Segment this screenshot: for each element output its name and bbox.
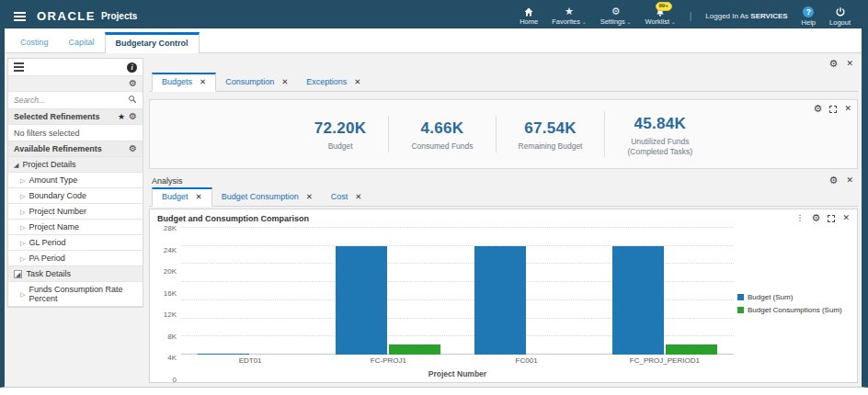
- plot-area: [181, 228, 734, 355]
- header-nav-favorites[interactable]: ★Favorites ⌄: [552, 6, 587, 26]
- analysis-tabs: Budget✕Budget Consumption✕Cost✕: [149, 187, 858, 207]
- analysis-tab-budget-consumption[interactable]: Budget Consumption✕: [212, 187, 322, 206]
- collapse-icon: ◢: [14, 162, 18, 168]
- tab-consumption[interactable]: Consumption✕: [216, 73, 297, 91]
- close-tab-icon[interactable]: ✕: [200, 77, 206, 86]
- refinement-label: PA Period: [29, 254, 64, 263]
- y-tick-label: 0: [173, 376, 177, 384]
- y-tick-label: 8K: [167, 332, 177, 340]
- no-filters-message: No filters selected: [8, 125, 143, 141]
- close-icon[interactable]: ✕: [842, 214, 850, 222]
- expand-icon: ▷: [20, 177, 25, 184]
- gear-icon[interactable]: ⚙: [829, 175, 839, 186]
- kpi-label: Unutilized Funds(Completed Tasks): [627, 137, 692, 157]
- app-tabbar: CostingCapitalBudgetary Control: [5, 28, 862, 53]
- gear-icon[interactable]: ⚙: [812, 213, 821, 223]
- y-tick-label: 28K: [164, 224, 177, 232]
- analysis-tab-budget[interactable]: Budget✕: [152, 187, 212, 207]
- search-input[interactable]: [14, 96, 124, 105]
- sidebar-item-funds-consumption-rate-percent[interactable]: ▷Funds Consumption Rate Percent: [8, 282, 143, 307]
- kpi-budget: 72.20KBudget: [292, 116, 389, 152]
- tab-label: Exceptions: [306, 77, 347, 86]
- sidebar-menu-icon[interactable]: [14, 62, 24, 72]
- y-tick-label: 12K: [164, 310, 177, 319]
- close-tab-icon[interactable]: ✕: [281, 77, 288, 86]
- analysis-label: Analysis: [152, 176, 183, 186]
- menu-icon[interactable]: [14, 12, 26, 21]
- sidebar-item-gl-period[interactable]: ▷GL Period: [8, 235, 143, 251]
- header-nav-logout[interactable]: Logout: [829, 6, 851, 27]
- sidebar-item-pa-period[interactable]: ▷PA Period: [8, 251, 143, 266]
- header-separator: |: [690, 11, 692, 21]
- refinement-label: Project Number: [29, 207, 86, 216]
- legend-item-budget-consumptions-sum[interactable]: Budget Consumptions (Sum): [737, 306, 850, 314]
- bar-budget-sum-fc-proj-period1[interactable]: [612, 246, 664, 355]
- close-tab-icon[interactable]: ✕: [306, 192, 313, 201]
- header-nav-home[interactable]: Home: [520, 6, 538, 26]
- tab-capital[interactable]: Capital: [59, 32, 105, 52]
- bar-budget-consumptions-sum-fc-proj-period1[interactable]: [666, 344, 717, 355]
- analysis-header: Analysis ⚙ ✕: [149, 169, 858, 187]
- y-axis: 04K8K12K16K20K24K28K: [157, 228, 181, 379]
- bar-budget-sum-fc-proj1[interactable]: [336, 246, 387, 355]
- maximize-icon[interactable]: [829, 106, 837, 113]
- sidebar-item-amount-type[interactable]: ▷Amount Type: [8, 173, 143, 188]
- bar-budget-sum-fc001[interactable]: [474, 246, 526, 355]
- kpi-value: 72.20K: [314, 119, 367, 138]
- bar-group-fc001: [458, 228, 596, 355]
- tab-label: Consumption: [225, 77, 274, 86]
- bar-budget-consumptions-sum-fc-proj1[interactable]: [389, 344, 440, 355]
- y-tick-label: 20K: [164, 267, 177, 276]
- menu-dots-icon[interactable]: ⋮: [796, 214, 805, 222]
- sidebar-item-boundary-code[interactable]: ▷Boundary Code: [8, 188, 143, 204]
- close-tab-icon[interactable]: ✕: [354, 77, 360, 86]
- close-icon[interactable]: ✕: [846, 60, 853, 68]
- bar-budget-sum-edt01[interactable]: [198, 354, 249, 355]
- search-icon[interactable]: [128, 95, 137, 106]
- close-tab-icon[interactable]: ✕: [196, 192, 202, 201]
- legend-label: Budget Consumptions (Sum): [748, 306, 842, 314]
- analysis-tab-cost[interactable]: Cost✕: [322, 187, 371, 206]
- group-label: Project Details: [22, 160, 75, 169]
- refinements-sidebar: i ⚙ Selected Refinements ★ ⚙ No filters …: [7, 58, 143, 308]
- chart-panel: Budget and Consumption Comparison ⋮ ⚙ ✕ …: [149, 209, 858, 383]
- y-tick-label: 16K: [164, 288, 177, 297]
- close-icon[interactable]: ✕: [846, 176, 853, 185]
- analysis-controls: ⚙ ✕: [829, 175, 853, 186]
- gear-icon[interactable]: ⚙: [129, 112, 137, 121]
- maximize-icon[interactable]: [828, 215, 835, 222]
- gear-icon[interactable]: ⚙: [129, 144, 137, 153]
- expand-icon: ▷: [20, 209, 25, 215]
- sidebar-item-project-name[interactable]: ▷Project Name: [8, 220, 143, 235]
- kpi-label: Budget: [314, 141, 367, 152]
- header-nav-worklist[interactable]: Worklist ⌄99+: [645, 6, 676, 26]
- tab-budgets[interactable]: Budgets✕: [152, 73, 216, 92]
- close-icon[interactable]: ✕: [844, 105, 851, 113]
- gear-icon[interactable]: ⚙: [814, 104, 823, 114]
- app-window: ORACLE Projects Home★Favorites ⌄⚙Setting…: [0, 0, 868, 388]
- header-nav-help[interactable]: ? Help: [802, 6, 816, 27]
- content-area: i ⚙ Selected Refinements ★ ⚙ No filters …: [5, 53, 862, 387]
- legend-item-budget-sum[interactable]: Budget (Sum): [737, 293, 850, 301]
- close-tab-icon[interactable]: ✕: [355, 192, 361, 201]
- refinement-group-task-details[interactable]: ◢Task Details: [8, 266, 143, 282]
- tab-budgetary-control[interactable]: Budgetary Control: [105, 32, 200, 53]
- sidebar-item-project-number[interactable]: ▷Project Number: [8, 204, 143, 220]
- power-icon: [835, 6, 846, 18]
- refinement-label: Funds Consumption Rate Percent: [29, 285, 137, 303]
- group-label: Task Details: [26, 269, 71, 278]
- tab-exceptions[interactable]: Exceptions✕: [297, 73, 370, 91]
- chevron-down-icon: ⌄: [625, 19, 632, 25]
- sidebar-search-row: [8, 92, 143, 109]
- bar-chart: 04K8K12K16K20K24K28K EDT01FC-PROJ1FC001F…: [157, 228, 850, 379]
- refinement-group-project-details[interactable]: ◢Project Details: [8, 157, 143, 173]
- header-nav-settings[interactable]: ⚙Settings ⌄: [600, 6, 632, 26]
- gear-icon[interactable]: ⚙: [829, 59, 839, 69]
- chart-header: Budget and Consumption Comparison ⋮ ⚙ ✕: [157, 213, 850, 223]
- tab-costing[interactable]: Costing: [10, 32, 59, 52]
- gear-icon[interactable]: ⚙: [129, 79, 137, 88]
- info-icon[interactable]: i: [127, 62, 137, 73]
- star-icon[interactable]: ★: [118, 112, 125, 121]
- expand-icon: ▷: [20, 240, 25, 246]
- sidebar-options-row: ⚙: [8, 76, 143, 92]
